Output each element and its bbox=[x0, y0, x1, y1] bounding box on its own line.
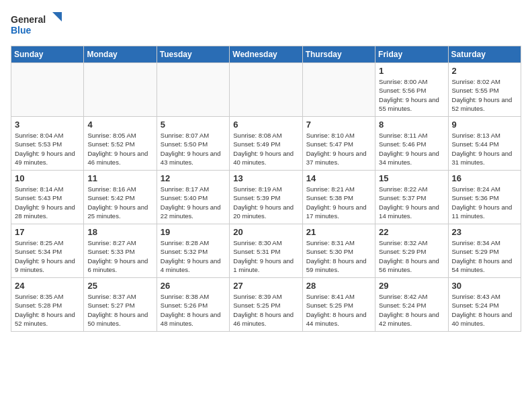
week-row-1: 1Sunrise: 8:00 AM Sunset: 5:56 PM Daylig… bbox=[11, 63, 521, 117]
day-number: 15 bbox=[379, 173, 444, 183]
weekday-header-wednesday: Wednesday bbox=[230, 46, 302, 63]
day-info: Sunrise: 8:22 AM Sunset: 5:37 PM Dayligh… bbox=[379, 185, 444, 220]
week-row-2: 3Sunrise: 8:04 AM Sunset: 5:53 PM Daylig… bbox=[11, 117, 521, 171]
day-info: Sunrise: 8:11 AM Sunset: 5:46 PM Dayligh… bbox=[379, 131, 444, 167]
weekday-header-friday: Friday bbox=[375, 46, 448, 63]
calendar-table: SundayMondayTuesdayWednesdayThursdayFrid… bbox=[11, 46, 521, 332]
day-number: 10 bbox=[15, 173, 80, 183]
calendar-cell: 30Sunrise: 8:43 AM Sunset: 5:24 PM Dayli… bbox=[448, 278, 521, 332]
calendar-cell: 5Sunrise: 8:07 AM Sunset: 5:50 PM Daylig… bbox=[157, 117, 229, 171]
day-number: 27 bbox=[233, 281, 298, 291]
calendar-cell: 3Sunrise: 8:04 AM Sunset: 5:53 PM Daylig… bbox=[11, 117, 84, 171]
day-number: 23 bbox=[452, 227, 517, 237]
page-header: General Blue bbox=[11, 11, 521, 38]
calendar-cell bbox=[84, 63, 157, 117]
day-number: 22 bbox=[379, 227, 444, 237]
calendar-cell: 28Sunrise: 8:41 AM Sunset: 5:25 PM Dayli… bbox=[302, 278, 375, 332]
weekday-header-row: SundayMondayTuesdayWednesdayThursdayFrid… bbox=[11, 46, 521, 63]
calendar-cell: 29Sunrise: 8:42 AM Sunset: 5:24 PM Dayli… bbox=[375, 278, 448, 332]
day-info: Sunrise: 8:00 AM Sunset: 5:56 PM Dayligh… bbox=[379, 77, 444, 113]
calendar-cell: 17Sunrise: 8:25 AM Sunset: 5:34 PM Dayli… bbox=[11, 224, 84, 278]
calendar-cell bbox=[157, 63, 229, 117]
calendar-cell: 24Sunrise: 8:35 AM Sunset: 5:28 PM Dayli… bbox=[11, 278, 84, 332]
day-info: Sunrise: 8:34 AM Sunset: 5:29 PM Dayligh… bbox=[452, 238, 517, 274]
svg-text:Blue: Blue bbox=[11, 25, 32, 36]
calendar-cell: 1Sunrise: 8:00 AM Sunset: 5:56 PM Daylig… bbox=[375, 63, 448, 117]
day-number: 18 bbox=[87, 227, 152, 237]
day-info: Sunrise: 8:07 AM Sunset: 5:50 PM Dayligh… bbox=[161, 131, 226, 167]
calendar-cell: 25Sunrise: 8:37 AM Sunset: 5:27 PM Dayli… bbox=[84, 278, 157, 332]
weekday-header-thursday: Thursday bbox=[302, 46, 375, 63]
calendar-cell: 4Sunrise: 8:05 AM Sunset: 5:52 PM Daylig… bbox=[84, 117, 157, 171]
day-number: 21 bbox=[306, 227, 371, 237]
day-number: 11 bbox=[87, 173, 152, 183]
calendar-cell: 16Sunrise: 8:24 AM Sunset: 5:36 PM Dayli… bbox=[448, 171, 521, 224]
day-info: Sunrise: 8:24 AM Sunset: 5:36 PM Dayligh… bbox=[452, 185, 517, 220]
day-info: Sunrise: 8:08 AM Sunset: 5:49 PM Dayligh… bbox=[233, 131, 298, 167]
day-number: 28 bbox=[306, 281, 371, 291]
day-info: Sunrise: 8:35 AM Sunset: 5:28 PM Dayligh… bbox=[15, 292, 80, 328]
calendar-cell: 26Sunrise: 8:38 AM Sunset: 5:26 PM Dayli… bbox=[157, 278, 229, 332]
day-number: 1 bbox=[379, 66, 444, 76]
day-info: Sunrise: 8:02 AM Sunset: 5:55 PM Dayligh… bbox=[452, 77, 517, 113]
weekday-header-monday: Monday bbox=[84, 46, 157, 63]
day-info: Sunrise: 8:43 AM Sunset: 5:24 PM Dayligh… bbox=[452, 292, 517, 328]
calendar-cell bbox=[302, 63, 375, 117]
day-info: Sunrise: 8:21 AM Sunset: 5:38 PM Dayligh… bbox=[306, 185, 371, 220]
day-info: Sunrise: 8:27 AM Sunset: 5:33 PM Dayligh… bbox=[87, 238, 152, 274]
logo-svg: General Blue bbox=[11, 11, 64, 38]
day-number: 9 bbox=[452, 120, 517, 130]
calendar-cell: 21Sunrise: 8:31 AM Sunset: 5:30 PM Dayli… bbox=[302, 224, 375, 278]
day-info: Sunrise: 8:05 AM Sunset: 5:52 PM Dayligh… bbox=[87, 131, 152, 167]
day-info: Sunrise: 8:32 AM Sunset: 5:29 PM Dayligh… bbox=[379, 238, 444, 274]
day-number: 4 bbox=[87, 120, 152, 130]
day-info: Sunrise: 8:25 AM Sunset: 5:34 PM Dayligh… bbox=[15, 238, 80, 274]
day-info: Sunrise: 8:14 AM Sunset: 5:43 PM Dayligh… bbox=[15, 185, 80, 220]
day-number: 19 bbox=[161, 227, 226, 237]
day-number: 6 bbox=[233, 120, 298, 130]
day-info: Sunrise: 8:16 AM Sunset: 5:42 PM Dayligh… bbox=[87, 185, 152, 220]
calendar-cell: 23Sunrise: 8:34 AM Sunset: 5:29 PM Dayli… bbox=[448, 224, 521, 278]
svg-marker-2 bbox=[52, 12, 62, 21]
calendar-cell: 2Sunrise: 8:02 AM Sunset: 5:55 PM Daylig… bbox=[448, 63, 521, 117]
calendar-cell: 7Sunrise: 8:10 AM Sunset: 5:47 PM Daylig… bbox=[302, 117, 375, 171]
day-info: Sunrise: 8:17 AM Sunset: 5:40 PM Dayligh… bbox=[161, 185, 226, 220]
week-row-4: 17Sunrise: 8:25 AM Sunset: 5:34 PM Dayli… bbox=[11, 224, 521, 278]
day-info: Sunrise: 8:28 AM Sunset: 5:32 PM Dayligh… bbox=[161, 238, 226, 274]
calendar-cell: 6Sunrise: 8:08 AM Sunset: 5:49 PM Daylig… bbox=[230, 117, 302, 171]
day-info: Sunrise: 8:39 AM Sunset: 5:25 PM Dayligh… bbox=[233, 292, 298, 328]
logo: General Blue bbox=[11, 11, 64, 38]
day-number: 14 bbox=[306, 173, 371, 183]
calendar-cell: 22Sunrise: 8:32 AM Sunset: 5:29 PM Dayli… bbox=[375, 224, 448, 278]
calendar-cell: 9Sunrise: 8:13 AM Sunset: 5:44 PM Daylig… bbox=[448, 117, 521, 171]
calendar-cell: 18Sunrise: 8:27 AM Sunset: 5:33 PM Dayli… bbox=[84, 224, 157, 278]
week-row-5: 24Sunrise: 8:35 AM Sunset: 5:28 PM Dayli… bbox=[11, 278, 521, 332]
day-number: 20 bbox=[233, 227, 298, 237]
day-number: 8 bbox=[379, 120, 444, 130]
day-number: 5 bbox=[161, 120, 226, 130]
svg-text:General: General bbox=[11, 14, 46, 25]
day-number: 17 bbox=[15, 227, 80, 237]
day-number: 2 bbox=[452, 66, 517, 76]
calendar-cell bbox=[11, 63, 84, 117]
weekday-header-saturday: Saturday bbox=[448, 46, 521, 63]
weekday-header-sunday: Sunday bbox=[11, 46, 84, 63]
day-info: Sunrise: 8:41 AM Sunset: 5:25 PM Dayligh… bbox=[306, 292, 371, 328]
weekday-header-tuesday: Tuesday bbox=[157, 46, 229, 63]
day-number: 12 bbox=[161, 173, 226, 183]
day-info: Sunrise: 8:37 AM Sunset: 5:27 PM Dayligh… bbox=[87, 292, 152, 328]
day-info: Sunrise: 8:31 AM Sunset: 5:30 PM Dayligh… bbox=[306, 238, 371, 274]
day-number: 24 bbox=[15, 281, 80, 291]
calendar-cell: 8Sunrise: 8:11 AM Sunset: 5:46 PM Daylig… bbox=[375, 117, 448, 171]
day-number: 26 bbox=[161, 281, 226, 291]
calendar-cell: 11Sunrise: 8:16 AM Sunset: 5:42 PM Dayli… bbox=[84, 171, 157, 224]
calendar-cell: 19Sunrise: 8:28 AM Sunset: 5:32 PM Dayli… bbox=[157, 224, 229, 278]
day-number: 3 bbox=[15, 120, 80, 130]
day-number: 7 bbox=[306, 120, 371, 130]
calendar-cell bbox=[230, 63, 302, 117]
day-number: 29 bbox=[379, 281, 444, 291]
day-info: Sunrise: 8:10 AM Sunset: 5:47 PM Dayligh… bbox=[306, 131, 371, 167]
calendar-cell: 27Sunrise: 8:39 AM Sunset: 5:25 PM Dayli… bbox=[230, 278, 302, 332]
day-info: Sunrise: 8:38 AM Sunset: 5:26 PM Dayligh… bbox=[161, 292, 226, 328]
day-info: Sunrise: 8:04 AM Sunset: 5:53 PM Dayligh… bbox=[15, 131, 80, 167]
